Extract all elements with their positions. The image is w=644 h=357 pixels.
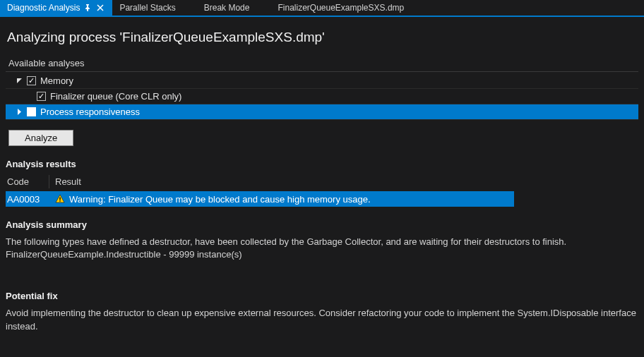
tab-label: Break Mode <box>204 3 250 13</box>
results-table: Code Result AA0003 Warning: Finalizer Qu… <box>6 175 514 207</box>
tab-label: FinalizerQueueExampleSXS.dmp <box>278 3 404 13</box>
potential-fix-heading: Potential fix <box>6 291 638 301</box>
results-header-row: Code Result <box>6 175 514 188</box>
analysis-summary-heading: Analysis summary <box>6 219 638 230</box>
results-row[interactable]: AA0003 Warning: Finalizer Queue may be b… <box>6 191 514 207</box>
warning-icon <box>55 194 65 204</box>
tree-label: Finalizer queue (Core CLR only) <box>50 91 181 102</box>
potential-fix-text: Avoid implementing the destructor to cle… <box>6 307 638 332</box>
tree-label: Process responsiveness <box>40 107 140 117</box>
tab-label: Parallel Stacks <box>119 3 175 13</box>
checkbox[interactable] <box>27 76 36 85</box>
potential-fix-block: Potential fix Avoid implementing the des… <box>6 291 638 332</box>
analysis-results-heading: Analysis results <box>6 159 638 169</box>
summary-line: FinalizerQueueExample.Indestructible - 9… <box>6 248 638 261</box>
checkbox[interactable] <box>27 107 36 116</box>
analyze-button[interactable]: Analyze <box>8 130 73 146</box>
result-text: Warning: Finalizer Queue may be blocked … <box>69 194 371 205</box>
column-header-code[interactable]: Code <box>6 175 49 188</box>
expander-icon[interactable] <box>16 109 23 116</box>
tree-row-process-responsiveness[interactable]: Process responsiveness <box>6 104 638 120</box>
tree-row-memory[interactable]: Memory <box>6 73 638 89</box>
tab-strip: Diagnostic Analysis Parallel Stacks Brea… <box>0 0 644 17</box>
tab-break-mode[interactable]: Break Mode <box>197 0 257 16</box>
tab-parallel-stacks[interactable]: Parallel Stacks <box>112 0 182 16</box>
expander-icon[interactable] <box>16 78 23 85</box>
analyses-tree: Memory Finalizer queue (Core CLR only) P… <box>6 73 638 120</box>
close-icon[interactable] <box>95 3 105 13</box>
available-analyses-label: Available analyses <box>6 55 638 72</box>
result-code: AA0003 <box>6 193 49 206</box>
pin-icon[interactable] <box>83 3 93 13</box>
svg-rect-0 <box>59 198 60 200</box>
column-header-result[interactable]: Result <box>49 175 514 188</box>
analysis-summary-block: Analysis summary The following types hav… <box>6 219 638 261</box>
page-title: Analyzing process 'FinalizerQueueExample… <box>6 30 638 55</box>
tab-dump-file[interactable]: FinalizerQueueExampleSXS.dmp <box>270 0 411 16</box>
summary-line: The following types have defined a destr… <box>6 236 638 248</box>
page-body: Analyzing process 'FinalizerQueueExample… <box>0 17 644 339</box>
svg-rect-1 <box>59 200 60 201</box>
tab-diagnostic-analysis[interactable]: Diagnostic Analysis <box>0 0 112 16</box>
checkbox[interactable] <box>37 92 46 101</box>
tab-label: Diagnostic Analysis <box>7 3 80 13</box>
tree-row-finalizer-queue[interactable]: Finalizer queue (Core CLR only) <box>6 89 638 104</box>
tree-label: Memory <box>40 75 73 86</box>
